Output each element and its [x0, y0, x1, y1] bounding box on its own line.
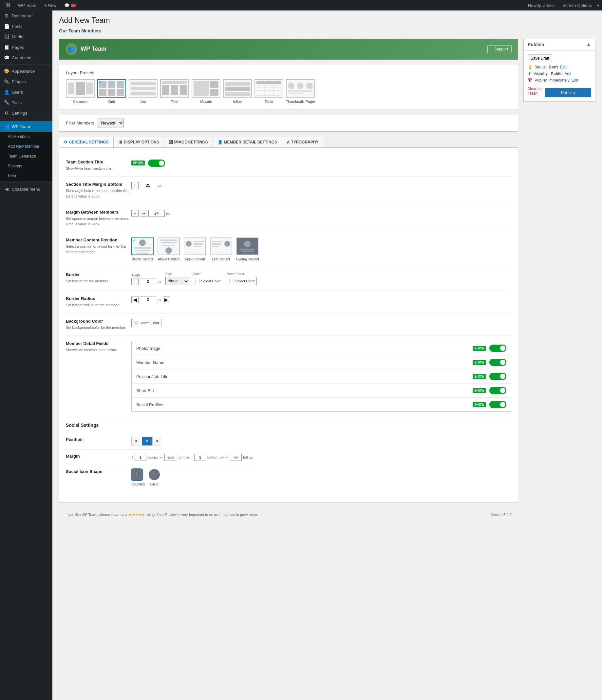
social-pos-right-btn[interactable]: ≡ [152, 437, 162, 446]
overlay-label: Overlay content [236, 257, 259, 261]
wp-logo-link[interactable]: ⊞ [3, 0, 13, 10]
margin-between-desc: Set space or margin between members. Def… [66, 216, 131, 227]
margin-between-decrement2[interactable]: → [140, 210, 147, 217]
border-color-picker[interactable]: Select Color [193, 277, 223, 285]
section-title-toggle[interactable] [148, 159, 165, 167]
tab-typography[interactable]: A TYPOGRAPHY [282, 137, 324, 147]
social-profiles-toggle[interactable] [489, 401, 506, 408]
tab-member-detail[interactable]: 👤 MEMBER DETAIL SETTINGS [213, 137, 282, 147]
support-button[interactable]: + Support [487, 45, 511, 53]
sidebar-submenu-help[interactable]: Help [0, 171, 52, 181]
collapse-icon: ◀ [4, 186, 9, 192]
shape-circle[interactable]: f Circle [149, 469, 160, 486]
list-label: List [140, 100, 146, 103]
social-icon-shape-row: Social Icon Shape f Rounded [66, 465, 160, 490]
sidebar-item-comments[interactable]: 💬 Comments [0, 52, 52, 63]
border-width-input[interactable] [140, 278, 156, 285]
footer-version: Version 5.2.2 [491, 512, 511, 517]
short-bio-toggle[interactable] [489, 387, 506, 394]
margin-between-decrement[interactable]: ← [131, 210, 139, 217]
detail-fields-control: Photo/Image SHOW [131, 341, 511, 412]
border-hover-color-picker[interactable]: Select Color [227, 277, 257, 285]
sidebar-submenu-settings[interactable]: Settings [0, 161, 52, 171]
tab-general[interactable]: ⚙ GENERAL SETTINGS [59, 137, 114, 147]
margin-top-input[interactable] [134, 454, 146, 461]
media-icon: 🖼 [4, 34, 9, 39]
sidebar-item-dashboard[interactable]: ⊞ Dashboard [0, 10, 52, 21]
filter-select[interactable]: Newest Oldest A-Z Z-A [97, 119, 124, 127]
sidebar-label-tools: Tools [12, 100, 22, 105]
border-style-select[interactable]: None Solid Dashed Dotted [166, 277, 189, 285]
margin-right-input[interactable] [165, 454, 176, 461]
pub-publish-edit-link[interactable]: Edit [572, 78, 578, 82]
position-above[interactable]: Above Content [157, 238, 180, 261]
pub-status-edit-link[interactable]: Edit [560, 65, 567, 70]
position-left[interactable]: Left Content [210, 238, 232, 261]
typography-tab-icon: A [287, 140, 290, 145]
sidebar-item-media[interactable]: 🖼 Media [0, 31, 52, 42]
margin-between-input[interactable] [148, 210, 165, 217]
job-title-toggle[interactable] [489, 373, 506, 380]
preset-mosaic[interactable]: Mosaic [192, 79, 220, 104]
margin-bottom-input[interactable] [194, 454, 206, 461]
sidebar-submenu-team-generator[interactable]: Team Generator [0, 151, 52, 161]
svg-rect-49 [212, 246, 220, 247]
screen-options-button[interactable]: Screen Options [560, 2, 595, 9]
position-below[interactable]: ✓ Below Content [131, 238, 154, 261]
sidebar-item-users[interactable]: 👤 Users [0, 87, 52, 97]
new-item-link[interactable]: + New [42, 0, 59, 10]
site-name-link[interactable]: WP Team [16, 0, 39, 10]
tab-display[interactable]: 🖥 DISPLAY OPTIONS [114, 137, 164, 147]
sidebar-item-plugins[interactable]: 🔌 Plugins [0, 76, 52, 87]
preset-table[interactable]: Table [254, 79, 283, 104]
pub-status-row: 💡 Status: Draft Edit [528, 65, 591, 70]
preset-inline[interactable]: Inline [223, 79, 252, 104]
sidebar-item-pages[interactable]: 📋 Pages [0, 42, 52, 52]
member-name-toggle[interactable] [489, 359, 506, 366]
border-radius-decrement[interactable]: ◀ [131, 296, 139, 303]
save-draft-button[interactable]: Save Draft [528, 54, 552, 62]
preset-list[interactable]: List [129, 79, 157, 104]
social-pos-center-btn[interactable]: ≡ [142, 437, 152, 446]
publish-button[interactable]: Publish [545, 88, 591, 97]
position-overlay[interactable]: Overlay content [236, 238, 259, 261]
photo-toggle[interactable] [489, 345, 506, 352]
sidebar-submenu-add-new-member[interactable]: Add New Member [0, 142, 52, 151]
sidebar-item-tools[interactable]: 🔧 Tools [0, 97, 52, 108]
preset-thumbnails[interactable]: Thumbnails Pager [286, 79, 315, 104]
sidebar-submenu-all-members[interactable]: All Members [0, 132, 52, 142]
tab-image[interactable]: 🖼 IMAGE SETTINGS [164, 137, 213, 147]
border-radius-increment[interactable]: ▶ [163, 296, 170, 303]
shape-rounded[interactable]: f Rounded [131, 469, 145, 486]
border-radius-input[interactable] [140, 296, 156, 303]
preset-filter[interactable]: Filter [160, 79, 189, 104]
social-pos-left-btn[interactable]: ≡ [131, 437, 141, 446]
margin-left-input[interactable] [230, 454, 242, 461]
sidebar-item-wp-team[interactable]: 👥 WP Team [0, 121, 52, 132]
bg-color-picker[interactable]: Select Color [131, 319, 161, 327]
margin-bottom-input[interactable] [140, 182, 156, 189]
move-trash-link[interactable]: Move to Trash [528, 86, 545, 96]
sidebar-item-settings[interactable]: ⚙ Settings [0, 108, 52, 118]
sidebar-item-posts[interactable]: 📄 Posts [0, 21, 52, 31]
comments-link[interactable]: 💬 0 [61, 0, 79, 10]
mosaic-label: Mosaic [200, 100, 212, 103]
sidebar-item-appearance[interactable]: 🎨 Appearance [0, 66, 52, 76]
postbox-toggle-button[interactable]: ▲ [586, 42, 591, 48]
social-profiles-toggle-wrap: SHOW [473, 401, 506, 408]
general-tab-label: GENERAL SETTINGS [69, 140, 109, 145]
member-name-toggle-wrap: SHOW [473, 359, 506, 366]
preset-grid[interactable]: ✓ Grid [97, 79, 126, 104]
preset-carousel[interactable]: Carousel [66, 79, 95, 104]
collapse-menu-button[interactable]: ◀ Collapse menu [0, 184, 52, 194]
border-radius-desc: Set border radius for the member. [66, 302, 131, 308]
position-right[interactable]: Right Content [184, 238, 206, 261]
section-title-toggle-wrap: SHOW [131, 159, 511, 167]
svg-rect-2 [86, 82, 93, 94]
pub-visibility-edit-link[interactable]: Edit [565, 71, 571, 76]
margin-bottom-label-col: Section Title Margin Bottom Set margin b… [66, 182, 131, 199]
border-width-increment[interactable]: + [131, 278, 139, 285]
field-photo: Photo/Image SHOW [132, 341, 511, 355]
margin-bottom-decrement[interactable]: ↑ [131, 182, 139, 189]
publish-postbox-header: Publish ▲ [524, 39, 595, 50]
